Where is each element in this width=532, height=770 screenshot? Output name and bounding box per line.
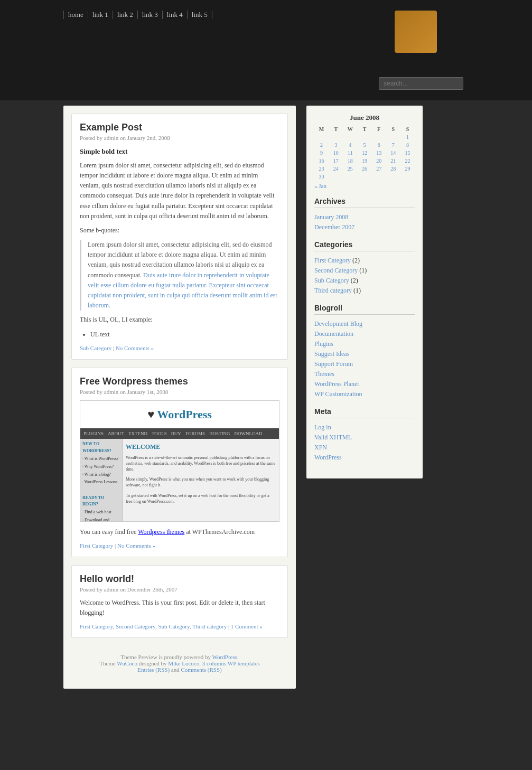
- category-link[interactable]: First Category: [314, 257, 351, 264]
- cal-day-link[interactable]: 19: [362, 158, 367, 164]
- blogroll-link[interactable]: Themes: [314, 370, 334, 378]
- cal-day-link[interactable]: 2: [320, 142, 323, 148]
- footer-comments-link[interactable]: Comments (RSS): [181, 666, 221, 673]
- cal-day-link[interactable]: 25: [348, 166, 353, 172]
- search-input[interactable]: [379, 77, 463, 90]
- meta-link[interactable]: Log in: [314, 424, 331, 431]
- cal-cell[interactable]: 8: [400, 141, 415, 149]
- footer-wucoco-link[interactable]: WuCoco: [117, 660, 137, 666]
- cal-cell[interactable]: 13: [372, 149, 386, 157]
- cal-cell[interactable]: 20: [372, 157, 386, 165]
- meta-link[interactable]: Valid XHTML: [314, 434, 352, 441]
- cal-day-link[interactable]: 18: [348, 158, 353, 164]
- nav-item-home[interactable]: home: [63, 11, 88, 19]
- cal-day-link[interactable]: 21: [390, 158, 396, 164]
- cal-day-link[interactable]: 8: [406, 142, 409, 148]
- nav-item-link-1[interactable]: link 1: [88, 11, 113, 19]
- category-link[interactable]: Sub Category: [314, 277, 349, 284]
- wordpress-themes-link[interactable]: Wordpress themes: [138, 528, 184, 536]
- blogroll-link[interactable]: WP Customization: [314, 390, 362, 398]
- nav-item-link-2[interactable]: link 2: [113, 11, 138, 19]
- cal-day-link[interactable]: 28: [390, 166, 396, 172]
- cal-day-link[interactable]: 6: [378, 142, 380, 148]
- cal-cell[interactable]: 10: [329, 149, 343, 157]
- cal-cell[interactable]: 29: [400, 165, 415, 173]
- cal-day-link[interactable]: 5: [363, 142, 366, 148]
- cal-cell[interactable]: 11: [343, 149, 357, 157]
- cal-day-link[interactable]: 30: [319, 174, 324, 180]
- cal-cell[interactable]: 14: [386, 149, 400, 157]
- cal-cell[interactable]: 2: [314, 141, 329, 149]
- cal-cell[interactable]: 16: [314, 157, 329, 165]
- blogroll-link[interactable]: Documentation: [314, 330, 353, 337]
- cal-day-link[interactable]: 10: [333, 150, 339, 156]
- cal-day-link[interactable]: 26: [362, 166, 367, 172]
- post-comment-link-3[interactable]: 1 Comment »: [231, 623, 263, 630]
- blogroll-link[interactable]: Suggest Ideas: [314, 350, 349, 358]
- cal-day-link[interactable]: 7: [392, 142, 395, 148]
- cal-cell[interactable]: 17: [329, 157, 343, 165]
- nav-item-link-5[interactable]: link 5: [188, 11, 212, 19]
- meta-link[interactable]: XFN: [314, 444, 327, 451]
- cal-cell[interactable]: 6: [372, 141, 386, 149]
- post-comments-link-2[interactable]: No Comments »: [117, 542, 155, 549]
- cal-cell[interactable]: 4: [343, 141, 357, 149]
- post-category-link[interactable]: Sub Category: [80, 345, 111, 351]
- cal-day-link[interactable]: 14: [390, 150, 396, 156]
- cal-day-link[interactable]: 23: [319, 166, 324, 172]
- cal-cell[interactable]: 19: [357, 157, 371, 165]
- footer-entries-link[interactable]: Entries (RSS): [137, 666, 170, 673]
- cal-cell[interactable]: 5: [357, 141, 371, 149]
- cal-day-link[interactable]: 9: [320, 150, 323, 156]
- cal-cell[interactable]: 27: [372, 165, 386, 173]
- blogroll-link[interactable]: Plugins: [314, 340, 333, 348]
- category-link[interactable]: Third category: [314, 287, 352, 294]
- cal-day-link[interactable]: 24: [333, 166, 339, 172]
- cal-cell[interactable]: 18: [343, 157, 357, 165]
- footer-wordpress-link[interactable]: WordPress: [212, 654, 237, 660]
- cal-cell[interactable]: 25: [343, 165, 357, 173]
- cal-cell[interactable]: 30: [314, 173, 329, 181]
- cal-cell[interactable]: 26: [357, 165, 371, 173]
- cal-day-link[interactable]: 22: [405, 158, 410, 164]
- tag-third-category[interactable]: Third category: [192, 623, 227, 630]
- cal-day-link[interactable]: 17: [333, 158, 339, 164]
- cal-day-link[interactable]: 4: [349, 142, 351, 148]
- cal-cell[interactable]: 15: [400, 149, 415, 157]
- tag-second-category[interactable]: Second Category: [116, 623, 155, 630]
- cal-cell[interactable]: 23: [314, 165, 329, 173]
- cal-prev-link[interactable]: « Jan: [314, 183, 326, 189]
- cal-day-link[interactable]: 29: [405, 166, 410, 172]
- cal-cell[interactable]: 9: [314, 149, 329, 157]
- archive-link-dec2007[interactable]: December 2007: [314, 223, 354, 231]
- blogroll-link[interactable]: WordPress Planet: [314, 380, 359, 388]
- blogroll-link[interactable]: Support Forum: [314, 360, 353, 368]
- archive-link-jan2008[interactable]: January 2008: [314, 213, 348, 221]
- cal-day-link[interactable]: 11: [348, 150, 353, 156]
- post-comments-link[interactable]: No Comments »: [116, 345, 154, 351]
- footer-mike-link[interactable]: Mike Lococo: [168, 660, 199, 666]
- footer-3col-link[interactable]: 3 columns WP templates: [202, 660, 260, 666]
- cal-day-link[interactable]: 27: [376, 166, 381, 172]
- post-category-link-2[interactable]: First Category: [80, 542, 113, 549]
- cal-cell[interactable]: 7: [386, 141, 400, 149]
- cal-day-link[interactable]: 1: [406, 134, 409, 140]
- cal-day-link[interactable]: 16: [319, 158, 324, 164]
- cal-day-link[interactable]: 15: [405, 150, 410, 156]
- category-link[interactable]: Second Category: [314, 267, 358, 274]
- cal-cell[interactable]: 1: [400, 133, 415, 141]
- cal-cell[interactable]: 3: [329, 141, 343, 149]
- cal-cell[interactable]: 22: [400, 157, 415, 165]
- cal-day-link[interactable]: 13: [376, 150, 381, 156]
- cal-day-link[interactable]: 12: [362, 150, 367, 156]
- tag-sub-category[interactable]: Sub Category: [158, 623, 189, 630]
- tag-first-category[interactable]: First Category: [80, 623, 113, 630]
- blogroll-link[interactable]: Development Blog: [314, 320, 362, 327]
- cal-cell[interactable]: 24: [329, 165, 343, 173]
- nav-item-link-3[interactable]: link 3: [138, 11, 163, 19]
- meta-link[interactable]: WordPress: [314, 454, 342, 461]
- cal-day-link[interactable]: 3: [334, 142, 337, 148]
- cal-day-link[interactable]: 20: [376, 158, 381, 164]
- cal-cell[interactable]: 28: [386, 165, 400, 173]
- cal-cell[interactable]: 21: [386, 157, 400, 165]
